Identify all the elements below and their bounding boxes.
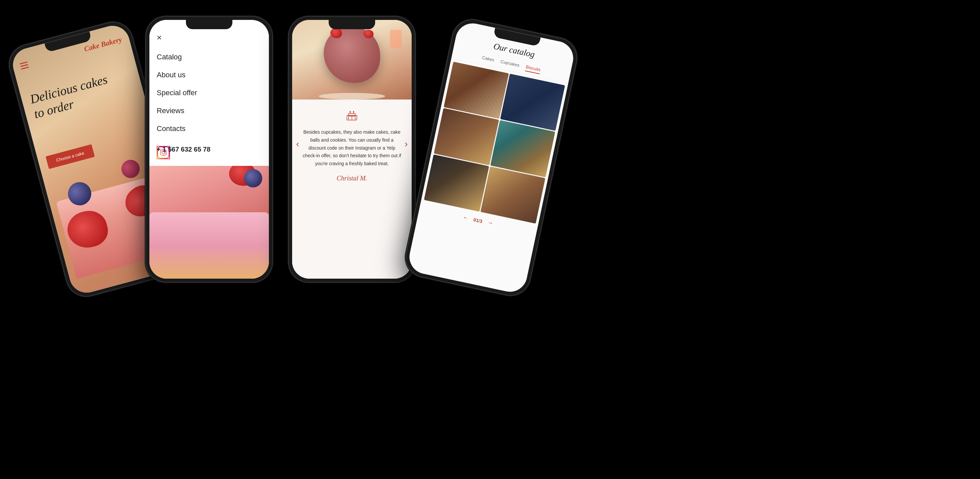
phone2-vol-up-btn: [145, 86, 146, 105]
phone3-plate: [319, 93, 385, 100]
hamburger-menu-icon[interactable]: [19, 61, 29, 70]
phone1-mute-btn: [18, 102, 22, 113]
menu-item-special-offer[interactable]: Special offer: [157, 84, 210, 102]
hamburger-line2: [20, 64, 28, 67]
phone2-screen: × Catalog About us Special offer Reviews: [150, 20, 269, 279]
hamburger-line1: [19, 61, 27, 64]
reviewer-name: Christal M.: [302, 174, 402, 182]
menu-item-about[interactable]: About us: [157, 66, 210, 84]
cake-icon: [302, 109, 402, 124]
phone2-vol-down-btn: [145, 109, 146, 128]
svg-point-11: [350, 111, 351, 113]
phone3-notch: [329, 20, 375, 29]
phone3-vol-up-btn: [288, 86, 289, 105]
phone2-notch: [186, 20, 232, 29]
menu-phone-number[interactable]: + 1 567 632 65 78: [157, 141, 210, 158]
phone-menu: × Catalog About us Special offer Reviews: [146, 17, 272, 282]
close-menu-button[interactable]: ×: [157, 33, 162, 43]
svg-point-12: [353, 111, 354, 113]
phone2-power-btn: [272, 76, 273, 96]
phone2-cake-body: [150, 212, 269, 279]
phone4-inner: Our catalog Cakes Cupcakes Biscuits: [406, 20, 576, 295]
review-next-button[interactable]: ›: [405, 139, 408, 149]
phone4-mute-btn: [442, 68, 446, 79]
phone-review: Besides cupcakes, they also make cakes, …: [289, 17, 415, 282]
phone-catalog: Our catalog Cakes Cupcakes Biscuits: [402, 16, 580, 299]
page-indicator: 01/3: [473, 217, 483, 224]
phone3-vol-down-btn: [288, 109, 289, 128]
phone3-screen: Besides cupcakes, they also make cakes, …: [292, 20, 412, 279]
review-prev-button[interactable]: ‹: [296, 139, 299, 149]
navigation-menu: Catalog About us Special offer Reviews C…: [157, 48, 210, 158]
phone3-mute-btn: [288, 70, 289, 81]
phone3-glass: [390, 30, 402, 48]
phone4-vol-up-btn: [438, 84, 442, 103]
phone4-vol-down-btn: [433, 107, 438, 125]
phone3-cake-photo: [292, 20, 412, 100]
phone2-mute-btn: [145, 70, 146, 81]
phone2-inner: × Catalog About us Special offer Reviews: [150, 20, 269, 279]
phone2-cake-image: [150, 166, 269, 279]
phone3-inner: Besides cupcakes, they also make cakes, …: [292, 20, 412, 279]
review-text: Besides cupcakes, they also make cakes, …: [302, 128, 402, 168]
tab-cupcakes[interactable]: Cupcakes: [500, 59, 520, 70]
phone3-review-content: Besides cupcakes, they also make cakes, …: [292, 100, 412, 189]
phone4-power-btn: [563, 101, 569, 121]
catalog-prev-button[interactable]: ←: [462, 214, 469, 222]
menu-item-reviews[interactable]: Reviews: [157, 102, 210, 120]
svg-rect-4: [348, 113, 355, 116]
menu-item-contacts[interactable]: Contacts: [157, 120, 210, 138]
catalog-grid: [421, 59, 568, 227]
phone3-berry1: [364, 30, 374, 38]
menu-item-catalog[interactable]: Catalog: [157, 48, 210, 66]
tab-cakes[interactable]: Cakes: [481, 55, 495, 64]
phone3-content-area: Besides cupcakes, they also make cakes, …: [292, 100, 412, 189]
phone3-berry2: [330, 28, 342, 38]
phone2-blueberry: [244, 169, 262, 187]
scene: Cake Bakery Delicious cakes to order Cho…: [0, 0, 980, 479]
phone3-power-btn: [415, 76, 416, 96]
phone4-screen: Our catalog Cakes Cupcakes Biscuits: [406, 20, 576, 295]
tab-biscuits[interactable]: Biscuits: [525, 64, 541, 74]
catalog-next-button[interactable]: →: [487, 219, 494, 227]
